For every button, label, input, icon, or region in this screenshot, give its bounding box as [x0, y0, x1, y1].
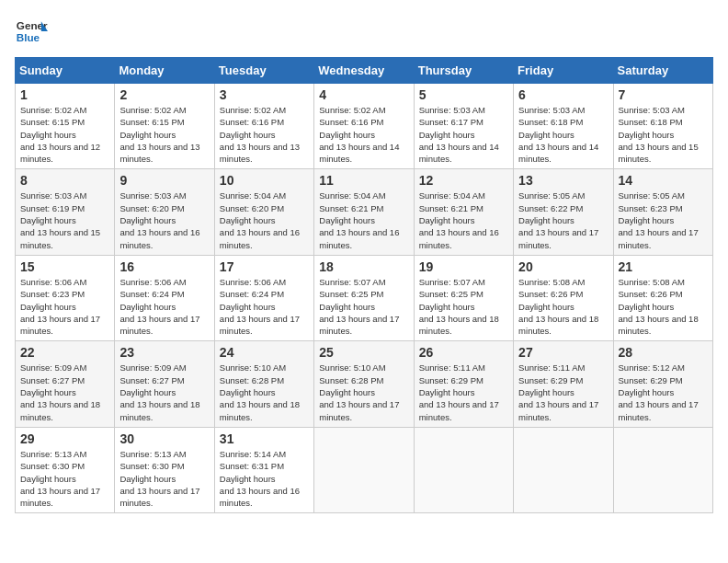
calendar-cell: 26Sunrise: 5:11 AMSunset: 6:29 PMDayligh… [414, 341, 513, 427]
day-content: Sunrise: 5:13 AMSunset: 6:30 PMDaylight … [20, 448, 109, 509]
calendar-cell: 9Sunrise: 5:03 AMSunset: 6:20 PMDaylight… [115, 169, 214, 255]
calendar-cell [613, 427, 712, 512]
weekday-header-saturday: Saturday [613, 58, 712, 84]
day-number: 28 [619, 345, 708, 360]
weekday-header-sunday: Sunday [16, 58, 115, 84]
calendar-table: SundayMondayTuesdayWednesdayThursdayFrid… [15, 57, 713, 513]
calendar-cell: 14Sunrise: 5:05 AMSunset: 6:23 PMDayligh… [613, 169, 712, 255]
calendar-cell: 3Sunrise: 5:02 AMSunset: 6:16 PMDaylight… [214, 84, 313, 169]
calendar-body: 1Sunrise: 5:02 AMSunset: 6:15 PMDaylight… [16, 84, 713, 513]
weekday-header-tuesday: Tuesday [214, 58, 313, 84]
day-content: Sunrise: 5:02 AMSunset: 6:16 PMDaylight … [319, 104, 408, 165]
day-number: 10 [220, 173, 309, 188]
header: General Blue [15, 15, 713, 48]
day-content: Sunrise: 5:07 AMSunset: 6:25 PMDaylight … [419, 276, 508, 337]
calendar-cell: 25Sunrise: 5:10 AMSunset: 6:28 PMDayligh… [314, 341, 414, 427]
day-content: Sunrise: 5:11 AMSunset: 6:29 PMDaylight … [518, 362, 608, 422]
day-content: Sunrise: 5:12 AMSunset: 6:29 PMDaylight … [619, 362, 708, 422]
day-number: 31 [220, 431, 309, 446]
day-content: Sunrise: 5:06 AMSunset: 6:24 PMDaylight … [119, 276, 209, 337]
calendar-cell: 18Sunrise: 5:07 AMSunset: 6:25 PMDayligh… [314, 255, 414, 340]
calendar-cell: 8Sunrise: 5:03 AMSunset: 6:19 PMDaylight… [16, 169, 115, 255]
day-content: Sunrise: 5:14 AMSunset: 6:31 PMDaylight … [220, 448, 309, 509]
day-number: 4 [319, 87, 408, 102]
day-number: 26 [419, 345, 508, 360]
day-number: 18 [319, 259, 408, 274]
calendar-week-row: 15Sunrise: 5:06 AMSunset: 6:23 PMDayligh… [16, 255, 713, 340]
day-number: 14 [619, 173, 708, 188]
calendar-cell: 12Sunrise: 5:04 AMSunset: 6:21 PMDayligh… [414, 169, 513, 255]
day-number: 22 [20, 345, 109, 360]
calendar-cell: 15Sunrise: 5:06 AMSunset: 6:23 PMDayligh… [16, 255, 115, 340]
day-number: 5 [419, 87, 508, 102]
calendar-cell [314, 427, 414, 512]
day-content: Sunrise: 5:09 AMSunset: 6:27 PMDaylight … [119, 362, 209, 422]
day-content: Sunrise: 5:04 AMSunset: 6:21 PMDaylight … [319, 190, 408, 250]
day-number: 8 [20, 173, 109, 188]
day-number: 11 [319, 173, 408, 188]
logo-icon: General Blue [15, 15, 48, 48]
calendar-week-row: 22Sunrise: 5:09 AMSunset: 6:27 PMDayligh… [16, 341, 713, 427]
day-content: Sunrise: 5:03 AMSunset: 6:19 PMDaylight … [20, 190, 109, 250]
day-content: Sunrise: 5:08 AMSunset: 6:26 PMDaylight … [619, 276, 708, 337]
day-content: Sunrise: 5:05 AMSunset: 6:23 PMDaylight … [619, 190, 708, 250]
calendar-cell: 31Sunrise: 5:14 AMSunset: 6:31 PMDayligh… [214, 427, 313, 512]
day-content: Sunrise: 5:04 AMSunset: 6:21 PMDaylight … [419, 190, 508, 250]
calendar-cell: 17Sunrise: 5:06 AMSunset: 6:24 PMDayligh… [214, 255, 313, 340]
day-number: 30 [119, 431, 209, 446]
day-number: 15 [20, 259, 109, 274]
calendar-week-row: 1Sunrise: 5:02 AMSunset: 6:15 PMDaylight… [16, 84, 713, 169]
calendar-cell: 10Sunrise: 5:04 AMSunset: 6:20 PMDayligh… [214, 169, 313, 255]
day-content: Sunrise: 5:02 AMSunset: 6:16 PMDaylight … [220, 104, 309, 165]
day-number: 9 [119, 173, 209, 188]
day-number: 21 [619, 259, 708, 274]
day-content: Sunrise: 5:02 AMSunset: 6:15 PMDaylight … [119, 104, 209, 165]
day-number: 3 [220, 87, 309, 102]
calendar-cell: 29Sunrise: 5:13 AMSunset: 6:30 PMDayligh… [16, 427, 115, 512]
day-content: Sunrise: 5:05 AMSunset: 6:22 PMDaylight … [518, 190, 608, 250]
day-number: 2 [119, 87, 209, 102]
day-number: 29 [20, 431, 109, 446]
calendar-cell: 6Sunrise: 5:03 AMSunset: 6:18 PMDaylight… [514, 84, 613, 169]
calendar-cell: 7Sunrise: 5:03 AMSunset: 6:18 PMDaylight… [613, 84, 712, 169]
day-number: 23 [119, 345, 209, 360]
day-content: Sunrise: 5:09 AMSunset: 6:27 PMDaylight … [20, 362, 109, 422]
day-content: Sunrise: 5:03 AMSunset: 6:18 PMDaylight … [619, 104, 708, 165]
calendar-cell [414, 427, 513, 512]
day-number: 1 [20, 87, 109, 102]
calendar-cell: 1Sunrise: 5:02 AMSunset: 6:15 PMDaylight… [16, 84, 115, 169]
calendar-cell: 22Sunrise: 5:09 AMSunset: 6:27 PMDayligh… [16, 341, 115, 427]
calendar-cell: 4Sunrise: 5:02 AMSunset: 6:16 PMDaylight… [314, 84, 414, 169]
calendar-cell: 27Sunrise: 5:11 AMSunset: 6:29 PMDayligh… [514, 341, 613, 427]
weekday-header-wednesday: Wednesday [314, 58, 414, 84]
day-number: 19 [419, 259, 508, 274]
day-content: Sunrise: 5:06 AMSunset: 6:24 PMDaylight … [220, 276, 309, 337]
day-number: 6 [518, 87, 608, 102]
day-content: Sunrise: 5:06 AMSunset: 6:23 PMDaylight … [20, 276, 109, 337]
day-number: 24 [220, 345, 309, 360]
weekday-header-friday: Friday [514, 58, 613, 84]
day-number: 25 [319, 345, 408, 360]
calendar-cell: 28Sunrise: 5:12 AMSunset: 6:29 PMDayligh… [613, 341, 712, 427]
calendar-cell: 30Sunrise: 5:13 AMSunset: 6:30 PMDayligh… [115, 427, 214, 512]
day-number: 13 [518, 173, 608, 188]
day-content: Sunrise: 5:10 AMSunset: 6:28 PMDaylight … [220, 362, 309, 422]
weekday-header-monday: Monday [115, 58, 214, 84]
day-content: Sunrise: 5:03 AMSunset: 6:18 PMDaylight … [518, 104, 608, 165]
calendar-cell: 13Sunrise: 5:05 AMSunset: 6:22 PMDayligh… [514, 169, 613, 255]
day-content: Sunrise: 5:10 AMSunset: 6:28 PMDaylight … [319, 362, 408, 422]
day-content: Sunrise: 5:11 AMSunset: 6:29 PMDaylight … [419, 362, 508, 422]
day-content: Sunrise: 5:04 AMSunset: 6:20 PMDaylight … [220, 190, 309, 250]
svg-text:Blue: Blue [17, 31, 40, 43]
weekday-header-thursday: Thursday [414, 58, 513, 84]
day-number: 7 [619, 87, 708, 102]
calendar-cell: 24Sunrise: 5:10 AMSunset: 6:28 PMDayligh… [214, 341, 313, 427]
calendar-cell: 2Sunrise: 5:02 AMSunset: 6:15 PMDaylight… [115, 84, 214, 169]
calendar-week-row: 29Sunrise: 5:13 AMSunset: 6:30 PMDayligh… [16, 427, 713, 512]
day-content: Sunrise: 5:03 AMSunset: 6:20 PMDaylight … [119, 190, 209, 250]
calendar-cell: 23Sunrise: 5:09 AMSunset: 6:27 PMDayligh… [115, 341, 214, 427]
calendar-week-row: 8Sunrise: 5:03 AMSunset: 6:19 PMDaylight… [16, 169, 713, 255]
calendar-cell: 21Sunrise: 5:08 AMSunset: 6:26 PMDayligh… [613, 255, 712, 340]
calendar-cell: 16Sunrise: 5:06 AMSunset: 6:24 PMDayligh… [115, 255, 214, 340]
day-content: Sunrise: 5:02 AMSunset: 6:15 PMDaylight … [20, 104, 109, 165]
